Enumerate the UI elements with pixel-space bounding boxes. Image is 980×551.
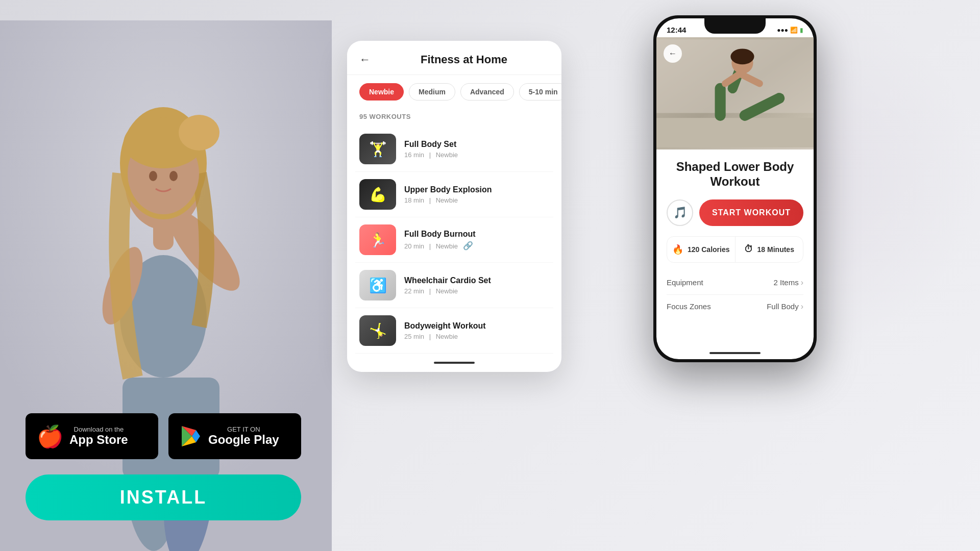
workout-figure-2: 💪	[369, 186, 387, 203]
workout-thumb-5: 🤸	[359, 315, 396, 346]
workout-item-2[interactable]: 💪 Upper Body Explosion 18 min | Newbie	[355, 172, 553, 217]
workout-name-1: Full Body Set	[404, 140, 549, 149]
workout-info-3: Full Body Burnout 20 min | Newbie 🔗	[404, 230, 549, 251]
app-store-button[interactable]: 🍎 Download on the App Store	[26, 413, 158, 459]
workout-duration-5: 25 min	[404, 333, 424, 340]
store-buttons-container: 🍎 Download on the App Store GET IT ON Go…	[26, 413, 301, 459]
workout-sep-2: |	[429, 196, 431, 204]
phone-action-row: 🎵 START WORKOUT	[667, 199, 803, 226]
workouts-count: 95 WORKOUTS	[347, 109, 561, 127]
phone-back-button[interactable]: ←	[664, 44, 682, 63]
workout-level-5: Newbie	[436, 333, 458, 340]
phone-workout-title: Shaped Lower Body Workout	[667, 160, 803, 189]
music-icon: 🎵	[673, 206, 687, 219]
filter-tag-advanced[interactable]: Advanced	[460, 83, 514, 101]
workout-item-4[interactable]: ♿ Wheelchair Cardio Set 22 min | Newbie	[355, 263, 553, 308]
phone-stats-row: 🔥 120 Calories ⏱ 18 Minutes	[667, 236, 803, 263]
start-workout-button[interactable]: START WORKOUT	[699, 199, 803, 226]
scroll-indicator	[347, 354, 561, 372]
filter-tags-container: Newbie Medium Advanced 5-10 min 10-20 mi…	[347, 75, 561, 109]
google-play-button[interactable]: GET IT ON Google Play	[168, 413, 301, 459]
workout-meta-4: 22 min | Newbie	[404, 287, 549, 295]
wifi-icon: 📶	[790, 27, 798, 34]
equipment-count: 2 Items	[773, 278, 798, 287]
install-label: INSTALL	[120, 487, 207, 508]
phone-stat-calories: 🔥 120 Calories	[667, 237, 735, 262]
phone-mockup: 12:44 ●●● 📶 ▮	[653, 15, 817, 362]
phone-status-icons: ●●● 📶 ▮	[777, 27, 803, 34]
workout-meta-5: 25 min | Newbie	[404, 333, 549, 340]
install-button[interactable]: INSTALL	[26, 474, 301, 520]
phone-workout-image: ←	[656, 37, 814, 149]
focus-zones-text: Full Body	[767, 302, 799, 311]
phone-stat-minutes: ⏱ 18 Minutes	[735, 237, 803, 262]
google-play-main-label: Google Play	[208, 433, 279, 446]
workout-level-3: Newbie	[436, 242, 458, 250]
workout-figure-4: ♿	[369, 277, 387, 294]
svg-rect-21	[656, 118, 814, 147]
phone-home-indicator	[709, 352, 761, 354]
focus-zones-chevron: ›	[801, 302, 803, 311]
workout-duration-1: 16 min	[404, 151, 424, 159]
phone-back-icon: ←	[669, 49, 677, 58]
workout-name-4: Wheelchair Cardio Set	[404, 276, 549, 285]
workout-info-4: Wheelchair Cardio Set 22 min | Newbie	[404, 276, 549, 295]
music-button[interactable]: 🎵	[667, 199, 693, 226]
back-arrow-icon[interactable]: ←	[359, 53, 371, 66]
equipment-chevron: ›	[801, 278, 803, 287]
signal-icon: ●●●	[777, 27, 788, 34]
filter-tag-5-10[interactable]: 5-10 min	[519, 83, 561, 101]
filter-tag-medium[interactable]: Medium	[409, 83, 455, 101]
workout-duration-2: 18 min	[404, 196, 424, 204]
filter-tag-newbie[interactable]: Newbie	[359, 83, 404, 101]
app-store-sub-label: Download on the	[69, 425, 128, 433]
phone-screen: 12:44 ●●● 📶 ▮	[656, 18, 814, 359]
workout-item-1[interactable]: 🏋️ Full Body Set 16 min | Newbie	[355, 127, 553, 172]
workout-thumb-2: 💪	[359, 179, 396, 210]
focus-zones-label: Focus Zones	[667, 302, 711, 311]
svg-point-14	[179, 115, 219, 151]
workout-sep-3: |	[429, 242, 431, 250]
link-icon-3: 🔗	[463, 241, 473, 250]
workout-thumb-1: 🏋️	[359, 134, 396, 164]
app-store-text: Download on the App Store	[69, 425, 128, 446]
workout-info-5: Bodyweight Workout 25 min | Newbie	[404, 321, 549, 340]
workout-name-2: Upper Body Explosion	[404, 185, 549, 194]
fitness-card: ← Fitness at Home Newbie Medium Advanced…	[347, 41, 561, 372]
equipment-value: 2 Items ›	[773, 278, 803, 287]
phone-detail-focus-zones[interactable]: Focus Zones Full Body ›	[667, 295, 803, 318]
svg-point-11	[149, 171, 157, 181]
google-play-text: GET IT ON Google Play	[208, 425, 279, 446]
workout-list: 🏋️ Full Body Set 16 min | Newbie 💪 Upper…	[347, 127, 561, 354]
workout-duration-3: 20 min	[404, 242, 424, 250]
equipment-label: Equipment	[667, 278, 703, 287]
workout-thumb-4: ♿	[359, 270, 396, 300]
battery-icon: ▮	[800, 27, 803, 34]
svg-point-28	[730, 48, 754, 64]
phone-detail-equipment[interactable]: Equipment 2 Items ›	[667, 271, 803, 295]
workout-duration-4: 22 min	[404, 287, 424, 295]
phone-notch	[704, 18, 766, 34]
workout-name-3: Full Body Burnout	[404, 230, 549, 239]
workout-level-1: Newbie	[436, 151, 458, 159]
workout-level-4: Newbie	[436, 287, 458, 295]
workout-sep-5: |	[429, 333, 431, 340]
workout-item-3[interactable]: 🏃 Full Body Burnout 20 min | Newbie 🔗	[355, 217, 553, 263]
fitness-card-header: ← Fitness at Home	[347, 41, 561, 75]
calories-value: 120 Calories	[688, 245, 730, 254]
fire-icon: 🔥	[672, 244, 683, 255]
fitness-card-title: Fitness at Home	[379, 53, 549, 66]
workout-figure-5: 🤸	[369, 322, 387, 339]
woman-silhouette	[0, 20, 332, 551]
workout-sep-1: |	[429, 151, 431, 159]
workout-name-5: Bodyweight Workout	[404, 321, 549, 331]
clock-icon: ⏱	[744, 244, 753, 255]
workout-thumb-3: 🏃	[359, 224, 396, 255]
workout-item-5[interactable]: 🤸 Bodyweight Workout 25 min | Newbie	[355, 308, 553, 354]
workout-meta-1: 16 min | Newbie	[404, 151, 549, 159]
apple-icon: 🍎	[37, 424, 63, 449]
minutes-value: 18 Minutes	[757, 245, 794, 254]
workout-meta-3: 20 min | Newbie 🔗	[404, 241, 549, 251]
google-play-icon	[180, 425, 202, 447]
workout-figure-1: 🏋️	[369, 141, 387, 158]
